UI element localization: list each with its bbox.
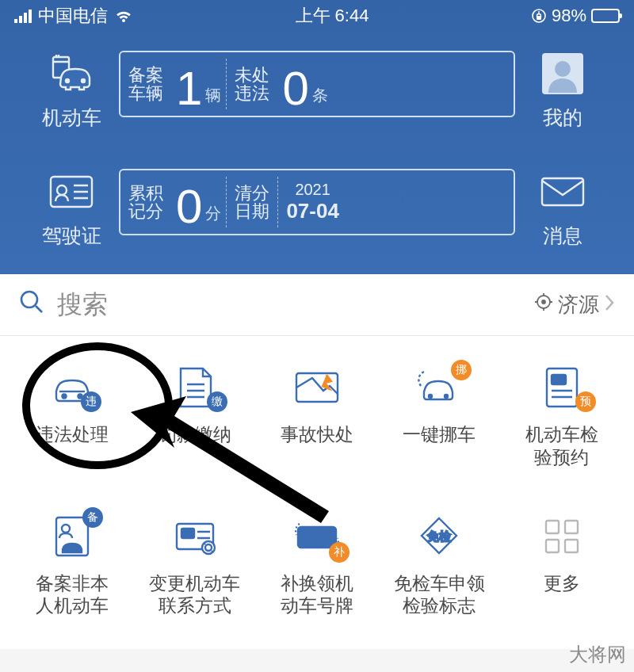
svg-rect-30: [546, 540, 559, 552]
svc-other-car[interactable]: 备备案非本 人机动车: [11, 509, 133, 618]
svc-contact-icon: [167, 509, 223, 564]
svc-plate-label: 补换领机 动车号牌: [281, 572, 353, 618]
orientation-lock-icon: [531, 8, 547, 24]
card-vehicles-unit2: 条: [312, 85, 328, 106]
svg-point-10: [21, 292, 37, 307]
card-vehicles[interactable]: 备案车辆 1辆 未处违法 0条: [119, 51, 515, 117]
svg-point-4: [82, 79, 85, 82]
svg-rect-9: [542, 178, 583, 205]
svg-point-6: [555, 61, 571, 77]
card-points[interactable]: 累积记分 0分 清分日期 202107-04: [119, 169, 515, 235]
nav-vehicle-label: 机动车: [42, 105, 101, 131]
carrier-label: 中国电信: [38, 4, 108, 28]
card-points-seg1-l2: 记分: [128, 202, 163, 220]
svg-point-12: [542, 300, 545, 304]
svg-text:A·D4265: A·D4265: [300, 533, 334, 543]
battery-icon: [591, 9, 620, 23]
svc-more[interactable]: 更多: [501, 509, 623, 618]
card-points-year: 2021: [286, 181, 339, 199]
svc-move-car-badge: 挪: [451, 360, 472, 380]
svg-point-17: [445, 395, 448, 398]
svc-exempt[interactable]: 免检免检车申领 检验标志: [378, 509, 500, 618]
card-points-seg1-l1: 累积: [128, 184, 163, 202]
svc-inspection-badge: 预: [575, 391, 596, 412]
card-points-unit1: 分: [205, 203, 221, 224]
city-picker[interactable]: 济源: [534, 291, 615, 319]
svg-rect-19: [552, 375, 566, 384]
svg-rect-23: [181, 529, 194, 538]
svc-contact-label: 变更机动车 联系方式: [149, 572, 240, 618]
signal-icon: [14, 9, 32, 23]
nav-messages-label: 消息: [543, 223, 582, 249]
svg-rect-31: [565, 540, 578, 552]
svg-point-8: [57, 185, 67, 195]
svc-exempt-label: 免检车申领 检验标志: [394, 572, 485, 618]
svc-inspection-label: 机动车检 验预约: [525, 423, 598, 469]
wifi-icon: [114, 8, 133, 24]
svc-violation-label: 违法处理: [36, 423, 109, 446]
clock-label: 上午 6:44: [133, 4, 531, 28]
svc-plate-icon: A·D4265补: [289, 509, 345, 564]
svg-point-3: [66, 79, 69, 82]
svc-move-car-label: 一键挪车: [403, 423, 476, 446]
watermark: 大将网: [569, 642, 626, 667]
avatar-icon: [540, 51, 586, 97]
svc-plate-badge: 补: [329, 542, 349, 563]
nav-messages[interactable]: 消息: [515, 169, 610, 249]
nav-license[interactable]: 驾驶证: [24, 169, 119, 249]
target-icon: [534, 292, 553, 317]
card-points-md: 07-04: [286, 199, 339, 223]
card-vehicles-val2: 0: [282, 61, 308, 116]
svc-accident[interactable]: 事故快处: [256, 360, 378, 469]
svc-violation-icon: 违: [44, 360, 100, 415]
svc-more-label: 更多: [544, 572, 580, 595]
license-icon: [48, 169, 94, 215]
svc-other-car-icon: 备: [44, 509, 100, 564]
svc-plate[interactable]: A·D4265补补换领机 动车号牌: [256, 509, 378, 618]
nav-vehicle[interactable]: 机动车: [24, 51, 119, 131]
svc-payment[interactable]: 缴罚款缴纳: [133, 360, 255, 469]
services-panel: 违违法处理缴罚款缴纳事故快处挪一键挪车预机动车检 验预约备备案非本 人机动车变更…: [0, 336, 634, 649]
svc-violation[interactable]: 违违法处理: [11, 360, 133, 469]
svc-payment-label: 罚款缴纳: [158, 423, 231, 446]
card-vehicles-val1: 1: [176, 61, 202, 116]
status-bar: 中国电信 上午 6:44 98%: [0, 0, 634, 32]
card-vehicles-unit1: 辆: [205, 85, 221, 106]
search-bar[interactable]: 搜索 济源: [0, 274, 634, 336]
svc-contact[interactable]: 变更机动车 联系方式: [133, 509, 255, 618]
svc-other-car-label: 备案非本 人机动车: [36, 572, 109, 618]
svc-inspection[interactable]: 预机动车检 验预约: [501, 360, 623, 469]
search-icon: [19, 289, 44, 321]
card-vehicles-seg2-l1: 未处: [235, 66, 269, 84]
nav-license-label: 驾驶证: [42, 223, 101, 249]
nav-profile-label: 我的: [543, 105, 582, 131]
car-icon: [48, 51, 94, 97]
svc-payment-badge: 缴: [207, 391, 227, 412]
chevron-right-icon: [604, 292, 615, 317]
svc-move-car-icon: 挪: [411, 360, 467, 415]
card-vehicles-seg1-l2: 车辆: [128, 84, 163, 102]
svc-accident-label: 事故快处: [281, 423, 353, 446]
card-points-seg2-l2: 日期: [235, 202, 269, 220]
svg-text:免检: 免检: [427, 529, 451, 543]
svg-rect-1: [537, 17, 541, 21]
svg-point-21: [62, 525, 70, 533]
svc-violation-badge: 违: [81, 391, 101, 412]
card-points-seg2-l1: 清分: [235, 184, 269, 202]
svg-point-13: [63, 395, 67, 399]
svc-move-car[interactable]: 挪一键挪车: [378, 360, 500, 469]
svg-rect-29: [565, 521, 578, 533]
svc-accident-icon: [289, 360, 345, 415]
battery-pct-label: 98%: [552, 6, 586, 26]
search-placeholder: 搜索: [57, 288, 108, 323]
city-label: 济源: [558, 291, 599, 319]
svc-other-car-badge: 备: [82, 507, 103, 528]
svc-more-icon: [534, 509, 590, 564]
envelope-icon: [540, 169, 586, 215]
card-vehicles-seg1-l1: 备案: [128, 66, 163, 84]
nav-profile[interactable]: 我的: [515, 51, 610, 131]
svg-rect-28: [546, 521, 559, 533]
card-vehicles-seg2-l2: 违法: [235, 84, 269, 102]
svc-exempt-icon: 免检: [411, 509, 467, 564]
card-points-val1: 0: [176, 179, 202, 234]
